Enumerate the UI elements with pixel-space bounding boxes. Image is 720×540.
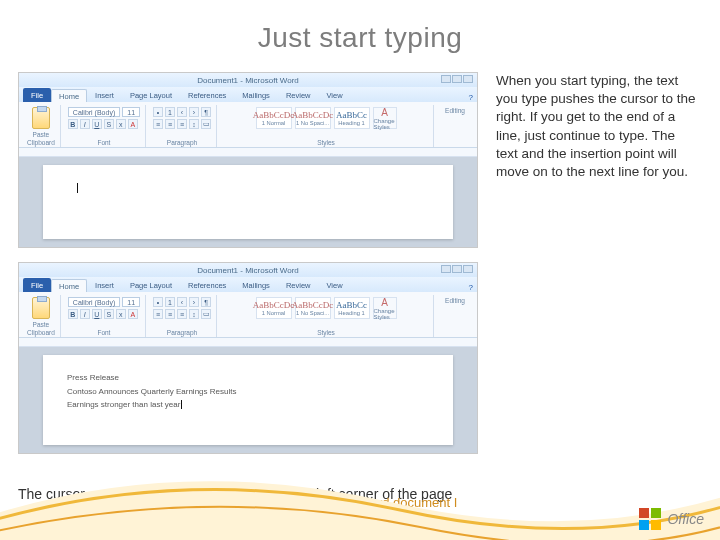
tab-view[interactable]: View <box>318 278 350 292</box>
align-right-button[interactable]: ≡ <box>177 309 187 319</box>
tab-home[interactable]: Home <box>51 89 87 102</box>
ruler <box>19 148 477 157</box>
office-brand-text: Office <box>667 511 704 527</box>
doc-line-3: Earnings stronger than last year <box>67 398 429 412</box>
align-center-button[interactable]: ≡ <box>165 309 175 319</box>
clipboard-group-label: Clipboard <box>27 139 55 146</box>
doc-line-1: Press Release <box>67 371 429 385</box>
numbering-button[interactable]: 1 <box>165 297 175 307</box>
paste-label: Paste <box>33 131 50 138</box>
document-page-blank[interactable] <box>43 165 453 239</box>
tab-references[interactable]: References <box>180 278 234 292</box>
indent-dec-button[interactable]: ‹ <box>177 297 187 307</box>
minimize-icon <box>441 265 451 273</box>
font-name-select[interactable]: Calibri (Body) <box>68 297 120 307</box>
style-nospacing-label: 1 No Spaci... <box>296 120 329 126</box>
paste-label: Paste <box>33 321 50 328</box>
tab-page-layout[interactable]: Page Layout <box>122 278 180 292</box>
tab-mailings[interactable]: Mailings <box>234 278 278 292</box>
line-spacing-button[interactable]: ↕ <box>189 119 199 129</box>
underline-button[interactable]: U <box>92 119 102 129</box>
line-spacing-button[interactable]: ↕ <box>189 309 199 319</box>
align-left-button[interactable]: ≡ <box>153 119 163 129</box>
sort-button[interactable]: ¶ <box>201 297 211 307</box>
tab-home[interactable]: Home <box>51 279 87 292</box>
tab-insert[interactable]: Insert <box>87 278 122 292</box>
content-row: Document1 - Microsoft Word File Home Ins… <box>0 54 720 468</box>
tab-file[interactable]: File <box>23 88 51 102</box>
doc-line-3-text: Earnings stronger than last year <box>67 398 180 412</box>
style-normal[interactable]: AaBbCcDc 1 Normal <box>256 107 292 129</box>
numbering-button[interactable]: 1 <box>165 107 175 117</box>
help-icon[interactable]: ? <box>469 93 473 102</box>
subscript-button[interactable]: x <box>116 309 126 319</box>
shading-button[interactable]: ▭ <box>201 309 211 319</box>
align-center-button[interactable]: ≡ <box>165 119 175 129</box>
style-normal[interactable]: AaBbCcDc1 Normal <box>256 297 292 319</box>
font-name-select[interactable]: Calibri (Body) <box>68 107 120 117</box>
bold-button[interactable]: B <box>68 309 78 319</box>
tab-mailings[interactable]: Mailings <box>234 88 278 102</box>
ribbon-group-paragraph: •1‹›¶ ≡≡≡↕▭ Paragraph <box>148 105 217 147</box>
indent-inc-button[interactable]: › <box>189 297 199 307</box>
style-no-spacing[interactable]: AaBbCcDc1 No Spaci... <box>295 297 331 319</box>
italic-button[interactable]: I <box>80 119 90 129</box>
ruler <box>19 338 477 347</box>
doc-line-2: Contoso Announces Quarterly Earnings Res… <box>67 385 429 399</box>
paste-icon[interactable] <box>32 297 50 319</box>
tab-view[interactable]: View <box>318 88 350 102</box>
italic-button[interactable]: I <box>80 309 90 319</box>
shading-button[interactable]: ▭ <box>201 119 211 129</box>
style-sample: AaBbCcDc <box>253 300 295 310</box>
subscript-button[interactable]: x <box>116 119 126 129</box>
help-icon[interactable]: ? <box>469 283 473 292</box>
window-control-icons <box>441 75 473 83</box>
tab-review[interactable]: Review <box>278 88 319 102</box>
bold-button[interactable]: B <box>68 119 78 129</box>
align-left-button[interactable]: ≡ <box>153 309 163 319</box>
ribbon-group-styles: AaBbCcDc 1 Normal AaBbCcDc 1 No Spaci...… <box>219 105 434 147</box>
paste-icon[interactable] <box>32 107 50 129</box>
indent-dec-button[interactable]: ‹ <box>177 107 187 117</box>
font-group-label: Font <box>97 139 110 146</box>
font-color-button[interactable]: A <box>128 119 138 129</box>
paragraph-group-label: Paragraph <box>167 139 197 146</box>
style-heading1[interactable]: AaBbCcHeading 1 <box>334 297 370 319</box>
sort-button[interactable]: ¶ <box>201 107 211 117</box>
bullets-button[interactable]: • <box>153 107 163 117</box>
style-heading1[interactable]: AaBbCc Heading 1 <box>334 107 370 129</box>
tab-file[interactable]: File <box>23 278 51 292</box>
style-sample: AaBbCcDc <box>292 300 334 310</box>
tab-review[interactable]: Review <box>278 278 319 292</box>
document-page-typed[interactable]: Press Release Contoso Announces Quarterl… <box>43 355 453 445</box>
align-right-button[interactable]: ≡ <box>177 119 187 129</box>
underline-button[interactable]: U <box>92 309 102 319</box>
office-squares-icon <box>639 508 661 530</box>
style-no-spacing[interactable]: AaBbCcDc 1 No Spaci... <box>295 107 331 129</box>
ribbon-group-styles: AaBbCcDc1 Normal AaBbCcDc1 No Spaci... A… <box>219 295 434 337</box>
font-color-button[interactable]: A <box>128 309 138 319</box>
strike-button[interactable]: S <box>104 309 114 319</box>
font-size-select[interactable]: 11 <box>122 297 140 307</box>
editing-label: Editing <box>441 297 469 304</box>
change-styles-button[interactable]: AChange Styles <box>373 297 397 319</box>
window-title: Document1 - Microsoft Word <box>197 76 299 85</box>
text-cursor-icon <box>181 400 182 409</box>
strike-button[interactable]: S <box>104 119 114 129</box>
style-normal-label: 1 Normal <box>262 120 286 126</box>
minimize-icon <box>441 75 451 83</box>
tab-insert[interactable]: Insert <box>87 88 122 102</box>
styles-group-label: Styles <box>317 329 335 336</box>
editing-label: Editing <box>441 107 469 114</box>
ribbon: Paste Clipboard Calibri (Body) 11 B I U <box>19 102 477 148</box>
change-styles-button[interactable]: A Change Styles <box>373 107 397 129</box>
indent-inc-button[interactable]: › <box>189 107 199 117</box>
bullets-button[interactable]: • <box>153 297 163 307</box>
font-size-select[interactable]: 11 <box>122 107 140 117</box>
styles-group-label: Styles <box>317 139 335 146</box>
ribbon-group-editing: Editing <box>436 105 474 147</box>
change-styles-icon: A <box>381 107 388 118</box>
tab-references[interactable]: References <box>180 88 234 102</box>
page-area <box>19 157 477 247</box>
tab-page-layout[interactable]: Page Layout <box>122 88 180 102</box>
